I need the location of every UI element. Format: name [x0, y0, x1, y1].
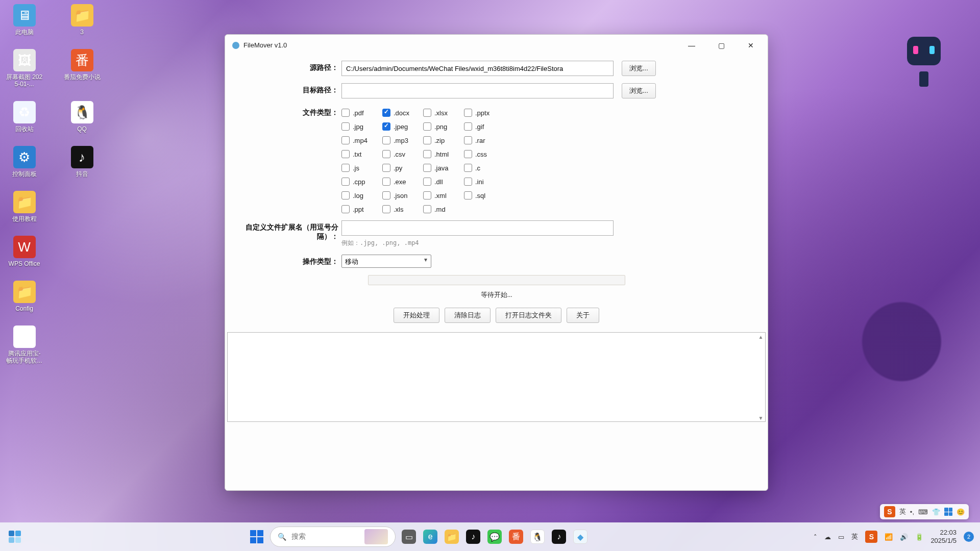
open-log-folder-button[interactable]: 打开日志文件夹 [496, 308, 561, 323]
desktop-icon-this-pc[interactable]: 🖥此电脑 [5, 4, 43, 36]
checkbox-input[interactable] [382, 191, 390, 199]
start-button[interactable]: 开始处理 [394, 308, 439, 323]
desktop-icon-use-guide[interactable]: 📁使用教程 [5, 191, 43, 222]
filetype-checkbox-sql[interactable]: .sql [464, 191, 505, 199]
filetype-checkbox-json[interactable]: .json [382, 191, 423, 199]
widgets-button[interactable] [6, 528, 23, 545]
filetype-checkbox-ppt[interactable]: .ppt [341, 205, 382, 213]
tray-battery-icon[interactable]: 🔋 [915, 533, 923, 541]
ime-keyboard-icon[interactable]: ⌨ [918, 508, 928, 516]
checkbox-input[interactable] [341, 178, 350, 186]
start-button[interactable] [247, 527, 267, 547]
checkbox-input[interactable] [382, 205, 390, 213]
checkbox-input[interactable] [382, 178, 390, 186]
checkbox-input[interactable] [341, 122, 350, 131]
checkbox-input[interactable] [382, 136, 390, 144]
checkbox-input[interactable] [464, 136, 472, 144]
about-button[interactable]: 关于 [567, 308, 599, 323]
filetype-checkbox-txt[interactable]: .txt [341, 150, 382, 158]
filetype-checkbox-css[interactable]: .css [464, 150, 505, 158]
desktop-icon-tx-app[interactable]: ◑腾讯应用宝-畅玩手机软... [5, 325, 43, 364]
checkbox-input[interactable] [423, 109, 431, 117]
checkbox-input[interactable] [464, 150, 472, 158]
filetype-checkbox-docx[interactable]: .docx [382, 109, 423, 117]
checkbox-input[interactable] [382, 150, 390, 158]
checkbox-input[interactable] [423, 122, 431, 131]
browse-source-button[interactable]: 浏览... [622, 61, 656, 76]
desktop-icon-control-panel[interactable]: ⚙控制面板 [5, 146, 43, 178]
filetype-checkbox-html[interactable]: .html [423, 150, 464, 158]
taskbar-search[interactable]: 🔍 搜索 [270, 527, 396, 547]
custom-ext-input[interactable] [341, 220, 614, 236]
op-type-select[interactable]: 移动 [341, 255, 431, 268]
checkbox-input[interactable] [464, 122, 472, 131]
filetype-checkbox-jpg[interactable]: .jpg [341, 122, 382, 131]
browse-target-button[interactable]: 浏览... [622, 83, 656, 98]
filetype-checkbox-md[interactable]: .md [423, 205, 464, 213]
filetype-checkbox-java[interactable]: .java [423, 164, 464, 172]
tray-project-icon[interactable]: ▭ [838, 533, 844, 541]
filetype-checkbox-xml[interactable]: .xml [423, 191, 464, 199]
checkbox-input[interactable] [464, 109, 472, 117]
taskbar-app-edge[interactable]: e [420, 527, 440, 547]
checkbox-input[interactable] [341, 191, 350, 199]
filetype-checkbox-cpp[interactable]: .cpp [341, 178, 382, 186]
checkbox-input[interactable] [464, 164, 472, 172]
tray-chevron-icon[interactable]: ˄ [814, 533, 817, 541]
ime-emoji-icon[interactable]: 😊 [957, 508, 965, 516]
filetype-checkbox-log[interactable]: .log [341, 191, 382, 199]
taskbar-app-douyin2[interactable]: ♪ [549, 527, 569, 547]
filetype-checkbox-py[interactable]: .py [382, 164, 423, 172]
filetype-checkbox-csv[interactable]: .csv [382, 150, 423, 158]
checkbox-input[interactable] [341, 164, 350, 172]
clear-log-button[interactable]: 清除日志 [445, 308, 491, 323]
checkbox-input[interactable] [423, 150, 431, 158]
desktop-icon-folder-3[interactable]: 📁3 [63, 4, 101, 36]
ime-person-icon[interactable]: 👕 [932, 508, 940, 516]
taskbar-app-tomato[interactable]: 番 [506, 527, 526, 547]
checkbox-input[interactable] [464, 191, 472, 199]
checkbox-input[interactable] [341, 150, 350, 158]
ime-punct[interactable]: •, [910, 508, 914, 516]
taskbar-app-qq[interactable]: 🐧 [527, 527, 548, 547]
ime-floating-bar[interactable]: S 英 •, ⌨ 👕 😊 [880, 504, 969, 519]
checkbox-input[interactable] [423, 205, 431, 213]
filetype-checkbox-xlsx[interactable]: .xlsx [423, 109, 464, 117]
checkbox-input[interactable] [423, 178, 431, 186]
filetype-checkbox-ini[interactable]: .ini [464, 178, 505, 186]
taskbar-app-taskview[interactable]: ▭ [399, 527, 419, 547]
filetype-checkbox-mp3[interactable]: .mp3 [382, 136, 423, 144]
filetype-checkbox-zip[interactable]: .zip [423, 136, 464, 144]
taskbar-app-filemover[interactable]: ◆ [570, 527, 591, 547]
taskbar-app-wechat[interactable]: 💬 [484, 527, 505, 547]
desktop-mascot-widget[interactable] [901, 20, 947, 82]
desktop-icon-tomato[interactable]: 番番茄免费小说 [63, 49, 101, 88]
checkbox-input[interactable] [341, 109, 350, 117]
desktop-icon-douyin[interactable]: ♪抖音 [63, 146, 101, 178]
notifications-badge[interactable]: 2 [964, 532, 974, 542]
tray-volume-icon[interactable]: 🔊 [900, 533, 908, 541]
desktop-icon-screenshot[interactable]: 🖼屏幕截图 2025-01-... [5, 49, 43, 88]
scroll-up-icon[interactable]: ▲ [757, 333, 765, 341]
filetype-checkbox-jpeg[interactable]: .jpeg [382, 122, 423, 131]
checkbox-input[interactable] [382, 122, 390, 131]
filetype-checkbox-c[interactable]: .c [464, 164, 505, 172]
desktop-icon-recycle-bin[interactable]: ♻回收站 [5, 101, 43, 133]
checkbox-input[interactable] [423, 136, 431, 144]
filetype-checkbox-js[interactable]: .js [341, 164, 382, 172]
scroll-down-icon[interactable]: ▼ [757, 414, 765, 422]
checkbox-input[interactable] [382, 164, 390, 172]
minimize-button[interactable]: — [677, 35, 706, 56]
checkbox-input[interactable] [341, 136, 350, 144]
filetype-checkbox-png[interactable]: .png [423, 122, 464, 131]
desktop-icon-config[interactable]: 📁Config [5, 281, 43, 312]
filetype-checkbox-exe[interactable]: .exe [382, 178, 423, 186]
checkbox-input[interactable] [423, 164, 431, 172]
desktop-icon-wps[interactable]: WWPS Office [5, 236, 43, 267]
target-path-input[interactable] [341, 83, 614, 98]
checkbox-input[interactable] [464, 178, 472, 186]
filetype-checkbox-pdf[interactable]: .pdf [341, 109, 382, 117]
filetype-checkbox-mp4[interactable]: .mp4 [341, 136, 382, 144]
filetype-checkbox-xls[interactable]: .xls [382, 205, 423, 213]
maximize-button[interactable]: ▢ [706, 35, 736, 56]
